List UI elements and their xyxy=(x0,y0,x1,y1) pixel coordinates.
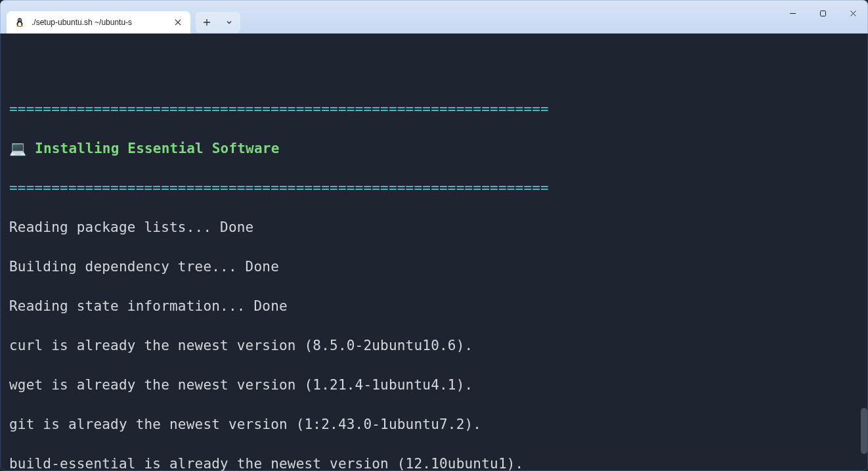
output-line: curl is already the newest version (8.5.… xyxy=(9,336,859,355)
svg-point-6 xyxy=(20,20,21,20)
terminal-output[interactable]: ========================================… xyxy=(0,34,868,471)
scrollbar-track[interactable] xyxy=(860,34,868,471)
minimize-button[interactable] xyxy=(777,0,808,26)
tab-title: ./setup-ubuntu.sh ~/ubuntu-s xyxy=(32,18,165,27)
tab-dropdown-button[interactable] xyxy=(218,12,240,33)
output-line: git is already the newest version (1:2.4… xyxy=(9,415,859,434)
tab-close-button[interactable] xyxy=(172,16,184,28)
svg-point-5 xyxy=(19,20,20,20)
maximize-icon xyxy=(819,10,827,17)
svg-point-8 xyxy=(20,26,23,27)
maximize-button[interactable] xyxy=(808,0,838,26)
minimize-icon xyxy=(789,10,796,17)
close-window-button[interactable] xyxy=(838,0,868,26)
separator-line: ========================================… xyxy=(9,178,859,198)
terminal-tab[interactable]: ./setup-ubuntu.sh ~/ubuntu-s xyxy=(7,11,190,34)
separator-line: ========================================… xyxy=(9,99,859,119)
tabs-area: ./setup-ubuntu.sh ~/ubuntu-s xyxy=(0,5,240,34)
tab-button-group xyxy=(196,12,240,33)
svg-rect-9 xyxy=(820,11,825,16)
window-controls xyxy=(777,0,868,26)
titlebar: ./setup-ubuntu.sh ~/ubuntu-s xyxy=(0,0,868,34)
section-header: 💻 Installing Essential Software xyxy=(9,139,859,158)
svg-point-7 xyxy=(16,26,19,27)
close-icon xyxy=(850,10,857,17)
tux-linux-icon xyxy=(14,17,25,28)
scrollbar-thumb[interactable] xyxy=(861,408,867,454)
plus-icon xyxy=(203,18,211,26)
blank-line xyxy=(9,60,859,79)
output-line: Reading package lists... Done xyxy=(9,217,859,237)
output-line: build-essential is already the newest ve… xyxy=(9,454,859,471)
section-title: Installing Essential Software xyxy=(26,141,279,156)
output-line: Reading state information... Done xyxy=(9,296,859,316)
laptop-emoji-icon: 💻 xyxy=(9,141,26,156)
svg-point-2 xyxy=(18,22,21,26)
new-tab-button[interactable] xyxy=(196,12,218,33)
output-line: Building dependency tree... Done xyxy=(9,257,859,277)
chevron-down-icon xyxy=(226,19,232,26)
output-line: wget is already the newest version (1.21… xyxy=(9,375,859,395)
